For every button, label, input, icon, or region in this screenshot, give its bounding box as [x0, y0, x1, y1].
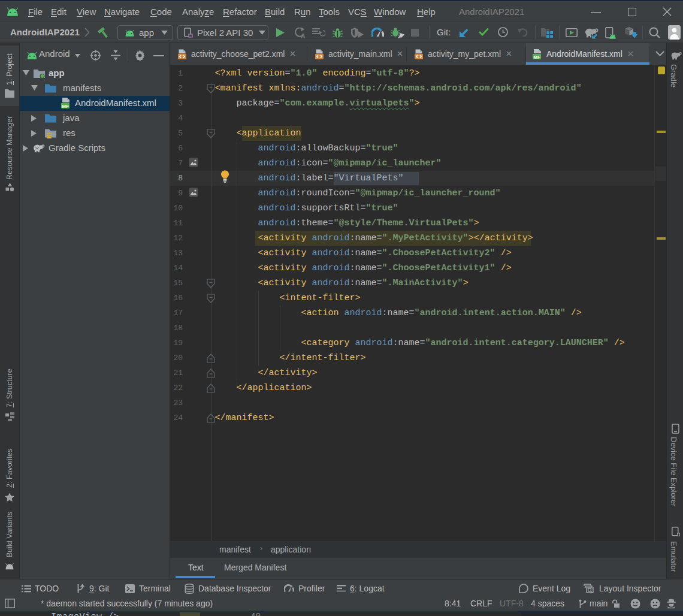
svg-text:MF: MF — [62, 104, 69, 109]
svg-text:MF: MF — [533, 54, 540, 59]
svg-text:A: A — [301, 32, 306, 39]
